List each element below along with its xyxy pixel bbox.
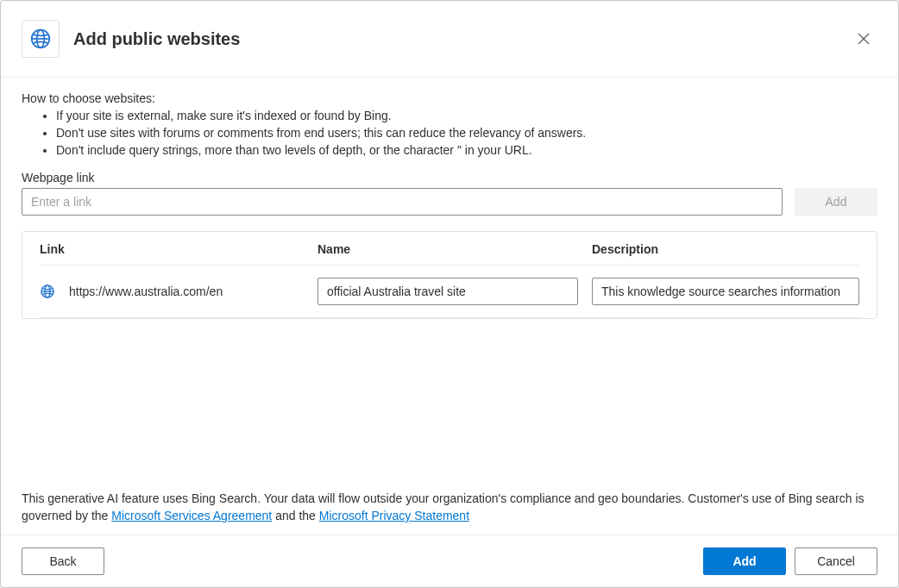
globe-icon [29, 28, 52, 50]
column-header-link: Link [40, 242, 317, 256]
webpage-link-input[interactable] [22, 188, 783, 216]
globe-icon [40, 284, 55, 299]
websites-table: Link Name Description https://www.austra… [22, 231, 877, 319]
row-description-input[interactable] [592, 278, 859, 305]
dialog-footer: Back Add Cancel [1, 535, 898, 587]
add-public-websites-dialog: Add public websites How to choose websit… [0, 0, 899, 588]
services-agreement-link[interactable]: Microsoft Services Agreement [111, 509, 272, 522]
instructions-title: How to choose websites: [22, 91, 877, 105]
cancel-button[interactable]: Cancel [795, 547, 877, 575]
instruction-item: Don't use sites with forums or comments … [56, 124, 877, 141]
dialog-body: How to choose websites: If your site is … [1, 78, 898, 535]
close-icon [858, 33, 870, 45]
cell-name [317, 278, 592, 305]
row-name-input[interactable] [317, 278, 578, 305]
dialog-title: Add public websites [73, 29, 850, 49]
instructions-list: If your site is external, make sure it's… [22, 107, 877, 159]
privacy-statement-link[interactable]: Microsoft Privacy Statement [319, 509, 469, 522]
table-header-row: Link Name Description [40, 232, 859, 266]
webpage-link-label: Webpage link [22, 171, 877, 185]
body-spacer [22, 319, 877, 481]
cell-link: https://www.australia.com/en [40, 284, 317, 299]
footer-right-group: Add Cancel [703, 547, 877, 575]
column-header-name: Name [317, 242, 592, 256]
add-link-button[interactable]: Add [795, 188, 877, 216]
notice-text-mid: and the [272, 509, 319, 522]
instruction-item: If your site is external, make sure it's… [56, 107, 877, 124]
header-icon-container [22, 20, 60, 58]
add-button[interactable]: Add [703, 547, 786, 575]
back-button[interactable]: Back [22, 547, 104, 575]
row-link-text: https://www.australia.com/en [69, 285, 223, 298]
dialog-header: Add public websites [1, 1, 898, 78]
column-header-description: Description [592, 242, 859, 256]
cell-description [592, 278, 859, 305]
table-row: https://www.australia.com/en [40, 266, 859, 318]
close-button[interactable] [850, 25, 877, 53]
webpage-link-row: Add [22, 188, 877, 216]
instruction-item: Don't include query strings, more than t… [56, 141, 877, 159]
bing-notice: This generative AI feature uses Bing Sea… [22, 490, 877, 524]
